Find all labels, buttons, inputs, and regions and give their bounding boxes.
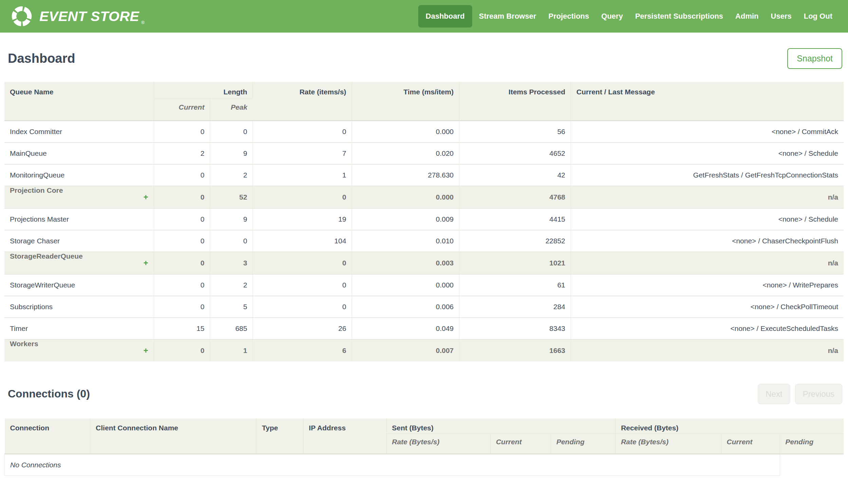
queue-time-cell: 0.010 [352,230,459,252]
event-store-logo-icon [10,4,34,29]
col-connection: Connection [5,418,90,454]
queue-message-cell: <none> / Schedule [571,209,844,230]
queue-length-current-cell: 0 [154,164,210,186]
queue-length-current-cell: 0 [154,339,210,361]
col-sent-pending: Pending [551,433,615,454]
nav-item-link[interactable]: Persistent Subscriptions [630,5,728,28]
snapshot-button[interactable]: Snapshot [787,48,842,69]
queue-row: Timer 15 685 26 0.049 8343 <none> / Exec… [4,318,844,339]
queue-message-cell: <none> / CheckPollTimeout [571,296,844,318]
queue-length-current-cell: 0 [154,296,210,318]
col-sent-rate: Rate (Bytes/s) [386,433,490,454]
queue-length-current-cell: 2 [154,143,210,164]
queue-message-cell: GetFreshStats / GetFreshTcpConnectionSta… [571,164,844,186]
previous-button[interactable]: Previous [795,384,842,404]
expand-icon[interactable]: + [144,340,148,361]
queue-name: Index Committer [10,128,62,136]
nav-item-link[interactable]: Users [765,5,797,28]
queue-items-processed-cell: 22852 [459,230,571,252]
col-received-rate: Rate (Bytes/s) [615,433,721,454]
col-rate: Rate (items/s) [253,82,352,121]
nav-item-link[interactable]: Query [596,5,628,28]
queue-time-cell: 0.020 [352,143,459,164]
queue-length-peak-cell: 52 [210,186,253,209]
queue-length-current-cell: 0 [154,252,210,274]
queue-length-peak-cell: 2 [210,164,253,186]
queue-items-processed-cell: 4415 [459,209,571,230]
nav-item: Log Out [798,5,838,28]
nav-item: Query [596,5,628,28]
brand-title: EVENT STORE [39,8,139,24]
queue-name-cell: Index Committer [4,121,154,143]
nav-item-link[interactable]: Admin [730,5,764,28]
queue-name-cell: MonitoringQueue [4,164,154,186]
queue-name-cell: StorageReaderQueue+ [4,252,154,274]
queue-rate-cell: 0 [253,296,352,318]
brand: EVENT STORE ® [10,4,145,29]
queue-length-current-cell: 0 [154,209,210,230]
queue-message-cell: <none> / Schedule [571,143,844,164]
queue-rate-cell: 6 [253,339,352,361]
queue-items-processed-cell: 284 [459,296,571,318]
queue-items-processed-cell: 61 [459,274,571,296]
queue-name: Workers [10,340,38,347]
no-connections-row: No Connections [5,454,844,475]
queue-row: Projections Master 0 9 19 0.009 4415 <no… [4,209,844,230]
col-received-bytes: Received (Bytes) [615,418,844,434]
queue-time-cell: 0.000 [352,274,459,296]
queue-row: Index Committer 0 0 0 0.000 56 <none> / … [4,121,844,143]
registered-mark: ® [141,20,145,25]
nav-item-link[interactable]: Stream Browser [473,5,542,28]
queue-name: StorageReaderQueue [10,252,83,260]
queue-message-cell: <none> / ChaserCheckpointFlush [571,230,844,252]
queue-items-processed-cell: 4768 [459,186,571,209]
queue-length-peak-cell: 9 [210,209,253,230]
queue-name: MainQueue [10,149,47,157]
nav-item: Dashboard [418,5,472,28]
queue-length-peak-cell: 3 [210,252,253,274]
queue-name-cell: StorageWriterQueue [4,274,154,296]
nav-item-link[interactable]: Dashboard [418,5,472,28]
queue-name-cell: Projection Core+ [4,186,154,209]
queue-message-cell: <none> / WritePrepares [571,274,844,296]
col-length: Length [154,82,253,98]
nav-item: Persistent Subscriptions [630,5,728,28]
queue-items-processed-cell: 8343 [459,318,571,339]
queue-items-processed-cell: 4652 [459,143,571,164]
queue-length-current-cell: 0 [154,186,210,209]
queue-time-cell: 278.630 [352,164,459,186]
nav-item-link[interactable]: Log Out [798,5,838,28]
queue-rate-cell: 26 [253,318,352,339]
queue-length-current-cell: 0 [154,121,210,143]
queue-time-cell: 0.000 [352,121,459,143]
queue-row: MainQueue 2 9 7 0.020 4652 <none> / Sche… [4,143,844,164]
connections-title: Connections (0) [8,388,90,400]
nav-item-link[interactable]: Projections [543,5,594,28]
queue-message-cell: n/a [571,186,844,209]
queue-rate-cell: 0 [253,274,352,296]
queue-length-peak-cell: 685 [210,318,253,339]
main-content: Dashboard Snapshot Queue Name Length Rat… [0,48,848,476]
col-client-name: Client Connection Name [90,418,256,454]
col-ip-address: IP Address [303,418,386,454]
queue-length-peak-cell: 5 [210,296,253,318]
queue-length-peak-cell: 9 [210,143,253,164]
col-message: Current / Last Message [571,82,844,121]
queue-items-processed-cell: 42 [459,164,571,186]
queue-length-peak-cell: 2 [210,274,253,296]
queue-time-cell: 0.003 [352,252,459,274]
queue-name-cell: Workers+ [4,339,154,361]
queue-time-cell: 0.009 [352,209,459,230]
next-button[interactable]: Next [758,384,790,404]
queue-message-cell: <none> / CommitAck [571,121,844,143]
queue-time-cell: 0.007 [352,339,459,361]
queue-name-cell: Subscriptions [4,296,154,318]
queue-name: StorageWriterQueue [10,281,75,289]
expand-icon[interactable]: + [144,186,148,208]
expand-icon[interactable]: + [144,252,148,274]
queue-name-cell: Timer [4,318,154,339]
queue-length-current-cell: 15 [154,318,210,339]
nav-item: Projections [543,5,594,28]
queue-row: Storage Chaser 0 0 104 0.010 22852 <none… [4,230,844,252]
queue-name: Projection Core [10,186,63,194]
